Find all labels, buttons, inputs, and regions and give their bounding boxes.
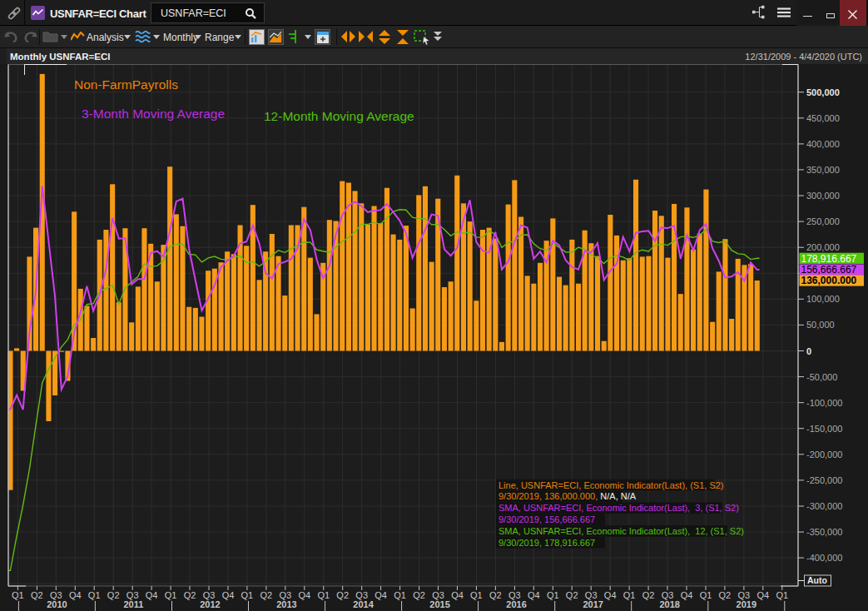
svg-text:9/30/2019, 178,916.667: 9/30/2019, 178,916.667: [498, 538, 595, 548]
svg-text:Q1: Q1: [317, 590, 330, 600]
svg-text:Q4: Q4: [604, 590, 617, 600]
svg-text:Q2: Q2: [489, 590, 502, 600]
svg-text:2014: 2014: [353, 599, 374, 609]
svg-text:50,000: 50,000: [806, 320, 835, 330]
svg-text:Q4: Q4: [298, 590, 310, 600]
svg-text:3-Month Moving Average: 3-Month Moving Average: [82, 107, 225, 121]
svg-text:Q4: Q4: [528, 590, 540, 600]
svg-text:Q1: Q1: [547, 590, 559, 600]
svg-text:300,000: 300,000: [806, 191, 840, 201]
svg-text:Q4: Q4: [222, 590, 235, 600]
svg-text:Q4: Q4: [756, 590, 769, 600]
svg-text:Q2: Q2: [184, 590, 196, 600]
svg-text:Monthly USNFAR=ECI: Monthly USNFAR=ECI: [10, 52, 110, 62]
svg-text:-50,000: -50,000: [806, 372, 837, 382]
svg-text:156,666.667: 156,666.667: [801, 264, 857, 276]
svg-text:Q1: Q1: [623, 590, 636, 600]
svg-text:Auto: Auto: [807, 575, 827, 585]
svg-text:Q1: Q1: [470, 590, 483, 600]
svg-text:Q4: Q4: [146, 590, 158, 600]
svg-text:Q2: Q2: [642, 590, 655, 600]
svg-text:Q1: Q1: [165, 590, 177, 600]
svg-text:9/30/2019, 156,666.667: 9/30/2019, 156,666.667: [498, 514, 595, 524]
svg-text:Q4: Q4: [374, 590, 387, 600]
svg-text:Q4: Q4: [69, 590, 82, 600]
svg-text:-400,000: -400,000: [806, 553, 842, 563]
svg-text:Q1: Q1: [700, 590, 712, 600]
svg-text:2018: 2018: [659, 599, 679, 609]
svg-text:2016: 2016: [506, 599, 526, 609]
svg-text:Q2: Q2: [107, 590, 120, 600]
svg-text:500,000: 500,000: [806, 87, 840, 97]
svg-text:SMA, USNFAR=ECI, Economic Indi: SMA, USNFAR=ECI, Economic Indicator(Last…: [498, 503, 739, 513]
svg-text:9/30/2019, 136,000.000, N/A, N: 9/30/2019, 136,000.000, N/A, N/A: [498, 491, 637, 501]
svg-text:Q2: Q2: [719, 590, 732, 600]
svg-text:2015: 2015: [429, 599, 449, 609]
svg-text:Q4: Q4: [681, 590, 693, 600]
svg-text:Q2: Q2: [31, 590, 43, 600]
svg-text:-100,000: -100,000: [806, 398, 842, 408]
svg-text:136,000.000: 136,000.000: [801, 275, 857, 286]
svg-text:-200,000: -200,000: [806, 450, 842, 459]
svg-text:178,916.667: 178,916.667: [801, 253, 857, 265]
svg-text:2012: 2012: [200, 599, 220, 609]
svg-text:200,000: 200,000: [806, 242, 840, 252]
svg-text:0: 0: [806, 346, 811, 356]
svg-text:Q2: Q2: [566, 590, 578, 600]
svg-text:400,000: 400,000: [806, 139, 840, 149]
svg-text:Line, USNFAR=ECI, Economic Ind: Line, USNFAR=ECI, Economic Indicator(Las…: [498, 480, 724, 490]
svg-text:Q2: Q2: [336, 590, 349, 600]
svg-text:2017: 2017: [583, 599, 603, 609]
svg-text:Q2: Q2: [413, 590, 425, 600]
svg-text:-150,000: -150,000: [806, 424, 842, 434]
svg-text:-300,000: -300,000: [806, 501, 842, 511]
svg-text:Q4: Q4: [451, 590, 464, 600]
svg-text:12-Month Moving Average: 12-Month Moving Average: [264, 109, 414, 123]
svg-text:100,000: 100,000: [806, 294, 840, 304]
svg-text:Q1: Q1: [394, 590, 406, 600]
svg-text:Q2: Q2: [260, 590, 273, 600]
svg-text:SMA, USNFAR=ECI, Economic Indi: SMA, USNFAR=ECI, Economic Indicator(Last…: [498, 526, 744, 536]
svg-text:12/31/2009 - 4/4/2020 (UTC): 12/31/2009 - 4/4/2020 (UTC): [745, 52, 862, 62]
svg-text:350,000: 350,000: [806, 165, 840, 175]
svg-text:Q1: Q1: [776, 590, 788, 600]
svg-text:-250,000: -250,000: [806, 475, 842, 485]
svg-text:450,000: 450,000: [806, 113, 840, 123]
svg-text:2010: 2010: [47, 599, 67, 609]
svg-text:250,000: 250,000: [806, 216, 840, 226]
svg-text:2013: 2013: [276, 599, 296, 609]
svg-text:Q1: Q1: [241, 590, 254, 600]
svg-text:Q1: Q1: [12, 590, 24, 600]
svg-text:2019: 2019: [737, 599, 756, 609]
svg-text:Q1: Q1: [88, 590, 101, 600]
svg-text:Non-FarmPayrolls: Non-FarmPayrolls: [74, 77, 178, 92]
svg-text:-350,000: -350,000: [806, 527, 842, 537]
svg-text:2011: 2011: [123, 599, 143, 609]
